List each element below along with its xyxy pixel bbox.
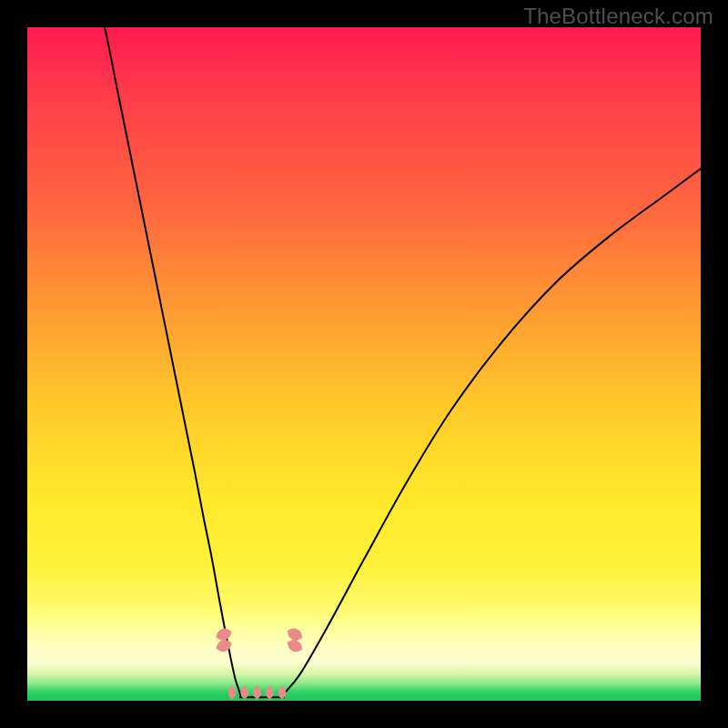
chart-frame: TheBottleneck.com	[0, 0, 728, 728]
right-curve	[283, 168, 701, 697]
marker-left	[216, 629, 233, 652]
marker-right	[287, 629, 304, 652]
plot-area	[27, 27, 701, 701]
curve-overlay	[27, 27, 701, 701]
watermark-text: TheBottleneck.com	[523, 4, 713, 29]
left-curve	[100, 27, 284, 697]
